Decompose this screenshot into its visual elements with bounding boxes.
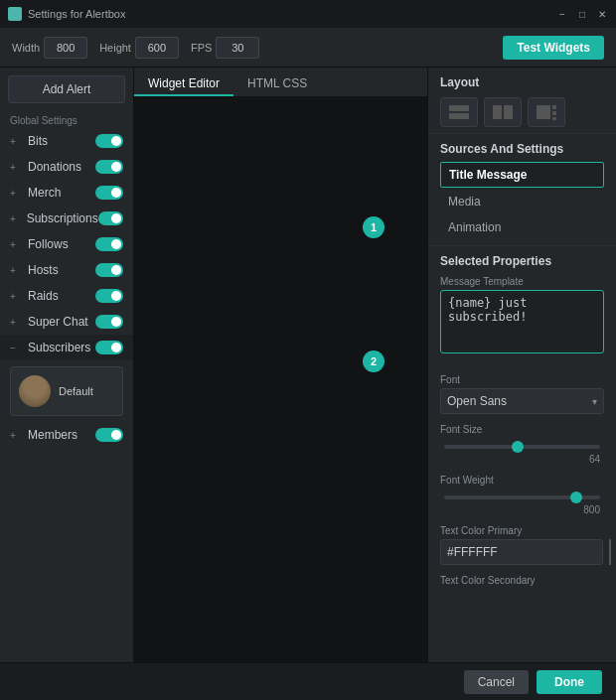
test-widgets-button[interactable]: Test Widgets [503, 36, 604, 60]
svg-rect-7 [552, 117, 556, 120]
raids-label: Raids [28, 289, 95, 303]
maximize-button[interactable]: □ [576, 8, 588, 20]
sidebar-item-super-chat[interactable]: + Super Chat [0, 309, 133, 335]
font-size-slider-container: 64 [440, 438, 604, 465]
merch-expand-icon: + [10, 188, 24, 199]
width-input[interactable] [44, 37, 87, 59]
sub-preview-label: Default [59, 385, 93, 397]
fps-group: FPS [191, 37, 259, 59]
text-color-secondary-group: Text Color Secondary [440, 575, 604, 586]
font-size-value: 64 [444, 454, 600, 465]
super-chat-label: Super Chat [28, 315, 95, 329]
main-area: Add Alert Global Settings + Bits + Donat… [0, 68, 616, 700]
bits-toggle[interactable] [95, 134, 123, 148]
members-expand-icon: + [10, 430, 24, 441]
layout-icons [440, 97, 604, 127]
font-size-label: Font Size [440, 424, 604, 435]
source-item-media[interactable]: Media [440, 190, 604, 213]
subscribers-label: Subscribers [28, 341, 95, 354]
height-input[interactable] [135, 37, 179, 59]
sidebar-item-bits[interactable]: + Bits [0, 128, 133, 154]
font-weight-slider-container: 800 [440, 489, 604, 515]
subscribers-toggle[interactable] [95, 341, 123, 354]
merch-toggle[interactable] [95, 186, 123, 200]
layout-section: Layout [428, 68, 616, 133]
text-color-primary-field [440, 539, 604, 565]
text-color-primary-swatch[interactable] [609, 539, 611, 565]
selected-properties-section: Selected Properties Message Template {na… [428, 246, 616, 600]
sidebar-item-raids[interactable]: + Raids [0, 283, 133, 309]
donations-label: Donations [28, 160, 95, 174]
font-weight-slider[interactable] [444, 495, 600, 499]
app-icon [8, 7, 22, 21]
sidebar-item-subscriptions[interactable]: + Subscriptions [0, 206, 133, 231]
width-label: Width [12, 42, 40, 54]
window-title: Settings for Alertbox [28, 8, 125, 20]
sidebar-item-members[interactable]: + Members [0, 422, 133, 448]
height-label: Height [99, 42, 131, 54]
title-bar: Settings for Alertbox − □ ✕ [0, 0, 616, 28]
bits-label: Bits [28, 134, 95, 148]
font-label: Font [440, 374, 604, 385]
font-size-slider[interactable] [444, 445, 600, 449]
svg-rect-3 [504, 105, 513, 119]
raids-expand-icon: + [10, 291, 24, 302]
svg-rect-5 [552, 105, 556, 109]
members-label: Members [28, 428, 95, 442]
hosts-toggle[interactable] [95, 263, 123, 277]
done-button[interactable]: Done [537, 670, 602, 694]
text-color-primary-input[interactable] [440, 539, 603, 565]
sidebar-item-hosts[interactable]: + Hosts [0, 257, 133, 283]
super-chat-toggle[interactable] [95, 315, 123, 329]
add-alert-button[interactable]: Add Alert [8, 75, 125, 103]
text-color-primary-label: Text Color Primary [440, 525, 604, 536]
width-group: Width [12, 37, 87, 59]
svg-rect-0 [449, 105, 469, 111]
donations-toggle[interactable] [95, 160, 123, 174]
cancel-button[interactable]: Cancel [464, 670, 529, 694]
text-color-secondary-label: Text Color Secondary [440, 575, 604, 586]
sidebar-item-donations[interactable]: + Donations [0, 154, 133, 180]
sidebar-item-follows[interactable]: + Follows [0, 231, 133, 257]
svg-rect-1 [449, 113, 469, 119]
subscriptions-expand-icon: + [10, 213, 23, 224]
layout-icon-2[interactable] [484, 97, 522, 127]
tab-html-css[interactable]: HTML CSS [233, 72, 321, 96]
sidebar-item-merch[interactable]: + Merch [0, 180, 133, 206]
minimize-button[interactable]: − [556, 8, 568, 20]
selected-properties-title: Selected Properties [440, 254, 604, 268]
close-button[interactable]: ✕ [596, 8, 608, 20]
global-settings-label: Global Settings [0, 111, 133, 128]
bits-expand-icon: + [10, 136, 24, 147]
subscriptions-label: Subscriptions [27, 211, 98, 225]
tab-widget-editor[interactable]: Widget Editor [134, 72, 233, 96]
center-panel: Widget Editor HTML CSS 1 2 [134, 68, 427, 700]
layout-icon-3[interactable] [528, 97, 565, 127]
canvas-area: 1 2 [134, 97, 427, 700]
source-item-title-message[interactable]: Title Message [440, 162, 604, 188]
right-panel: Layout Sources And Settings Title Messag… [427, 68, 616, 700]
follows-toggle[interactable] [95, 237, 123, 251]
layout-icon-1[interactable] [440, 97, 478, 127]
fps-input[interactable] [216, 37, 259, 59]
subscriptions-toggle[interactable] [98, 211, 123, 225]
source-item-animation[interactable]: Animation [440, 215, 604, 239]
font-select[interactable]: Open Sans Arial Roboto Lato Oswald [440, 388, 604, 414]
avatar-image [19, 375, 51, 407]
sub-preview-card[interactable]: Default [10, 366, 123, 416]
merch-label: Merch [28, 186, 95, 200]
font-group: Font Open Sans Arial Roboto Lato Oswald [440, 374, 604, 414]
message-template-input[interactable]: {name} just subscribed! [440, 290, 604, 353]
svg-rect-2 [493, 105, 502, 119]
layout-title: Layout [440, 75, 604, 89]
hosts-expand-icon: + [10, 265, 24, 276]
super-chat-expand-icon: + [10, 317, 24, 328]
font-size-group: Font Size 64 [440, 424, 604, 465]
text-color-primary-group: Text Color Primary [440, 525, 604, 565]
sources-section: Sources And Settings Title Message Media… [428, 134, 616, 245]
donations-expand-icon: + [10, 162, 24, 173]
font-weight-label: Font Weight [440, 475, 604, 486]
members-toggle[interactable] [95, 428, 123, 442]
sidebar-item-subscribers[interactable]: − Subscribers [0, 335, 133, 360]
raids-toggle[interactable] [95, 289, 123, 303]
